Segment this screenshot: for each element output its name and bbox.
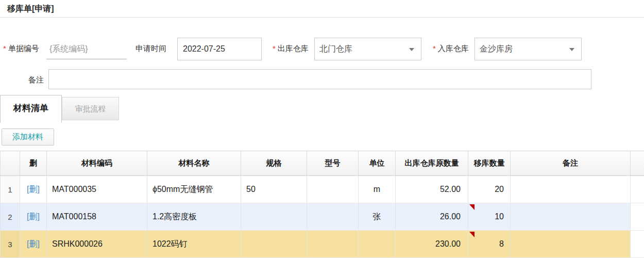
out-warehouse-label: *出库仓库: [273, 44, 309, 54]
remark-input[interactable]: [48, 69, 591, 89]
out-warehouse-value: 北门仓库: [319, 44, 352, 53]
cell-name: 1022码钉: [147, 231, 241, 258]
cell-move_qty[interactable]: 20: [468, 176, 511, 203]
out-warehouse-select[interactable]: 北门仓库: [314, 38, 421, 60]
cell-spec: [241, 203, 307, 231]
transfer-order-page: 移库单[申请] *单据编号 {系统编码} 申请时间 *出库仓库 北门仓库 *入库…: [0, 0, 644, 258]
header-name: 材料名称: [147, 151, 241, 176]
row-spacer: [631, 231, 644, 258]
row-spacer: [631, 203, 644, 231]
header-orig_qty: 出库仓库原数量: [396, 151, 468, 176]
delete-row-link[interactable]: [删]: [27, 212, 40, 221]
row-spacer: [631, 176, 644, 203]
required-asterisk: *: [3, 44, 6, 53]
cell-move_qty[interactable]: 8: [468, 231, 511, 258]
cell-delete[interactable]: [删]: [20, 231, 47, 258]
apply-time-input[interactable]: [177, 38, 262, 60]
header-delete: 删: [20, 151, 47, 176]
cell-name: ϕ50mm无缝钢管: [147, 176, 241, 203]
header-spacer: [631, 151, 644, 176]
table-row[interactable]: 1[删]MAT000035ϕ50mm无缝钢管50m52.0020: [1, 176, 644, 203]
cell-model: [307, 231, 359, 258]
apply-time-label: 申请时间: [135, 44, 166, 54]
cell-spec: 50: [241, 176, 307, 203]
cell-spec: [241, 231, 307, 258]
cell-delete[interactable]: [删]: [20, 176, 47, 203]
add-material-button[interactable]: 添加材料: [2, 128, 54, 146]
cell-unit: 张: [359, 203, 396, 231]
cell-remark: [511, 176, 631, 203]
cell-index: 3: [1, 231, 20, 258]
in-warehouse-select[interactable]: 金沙库房: [474, 38, 582, 60]
remark-label: 备注: [28, 75, 44, 85]
cell-orig_qty: 26.00: [396, 203, 468, 231]
in-warehouse-value: 金沙库房: [480, 44, 513, 53]
required-asterisk: *: [433, 44, 436, 53]
header-model: 型号: [307, 151, 359, 176]
header-code: 材料编码: [47, 151, 147, 176]
header-rownum: [1, 151, 20, 176]
cell-orig_qty: 52.00: [396, 176, 468, 203]
doc-no-label: *单据编号: [3, 44, 39, 54]
header-remark: 备注: [511, 151, 631, 176]
doc-no-field[interactable]: {系统编码}: [49, 44, 88, 55]
doc-no-underline: [46, 59, 127, 59]
header-unit: 单位: [359, 151, 396, 176]
cell-unit: [359, 231, 396, 258]
cell-orig_qty: 230.00: [396, 231, 468, 258]
chevron-down-icon: [409, 48, 414, 51]
material-table: 删材料编码材料名称规格型号单位出库仓库原数量移库数量备注 1[删]MAT0000…: [0, 151, 644, 258]
header-move_qty: 移库数量: [468, 151, 511, 176]
page-title: 移库单[申请]: [7, 4, 54, 14]
cell-index: 1: [1, 176, 20, 203]
table-row[interactable]: 3[删]SRHK0000261022码钉230.008: [1, 231, 644, 258]
cell-unit: m: [359, 176, 396, 203]
cell-move_qty[interactable]: 10: [468, 203, 511, 231]
cell-model: [307, 203, 359, 231]
delete-row-link[interactable]: [删]: [27, 185, 40, 194]
cell-delete[interactable]: [删]: [20, 203, 47, 231]
table-header-row: 删材料编码材料名称规格型号单位出库仓库原数量移库数量备注: [1, 151, 644, 176]
delete-row-link[interactable]: [删]: [27, 239, 40, 248]
cell-model: [307, 176, 359, 203]
header-spec: 规格: [241, 151, 307, 176]
cell-name: 1.2高密度板: [147, 203, 241, 231]
cell-code: SRHK000026: [47, 231, 147, 258]
cell-remark: [511, 203, 631, 231]
tab-approval-flow[interactable]: 审批流程: [62, 97, 119, 120]
cell-code: MAT000035: [47, 176, 147, 203]
required-asterisk: *: [273, 44, 276, 53]
table-row[interactable]: 2[删]MAT0001581.2高密度板张26.0010: [1, 203, 644, 231]
tab-material-list[interactable]: 材料清单: [0, 95, 62, 123]
dirty-cell-marker: [469, 232, 474, 237]
cell-code: MAT000158: [47, 203, 147, 231]
in-warehouse-label: *入库仓库: [433, 44, 469, 54]
chevron-down-icon: [569, 48, 574, 51]
title-divider: [0, 17, 644, 18]
dirty-cell-marker: [469, 204, 474, 210]
cell-remark: [511, 231, 631, 258]
cell-index: 2: [1, 203, 20, 231]
